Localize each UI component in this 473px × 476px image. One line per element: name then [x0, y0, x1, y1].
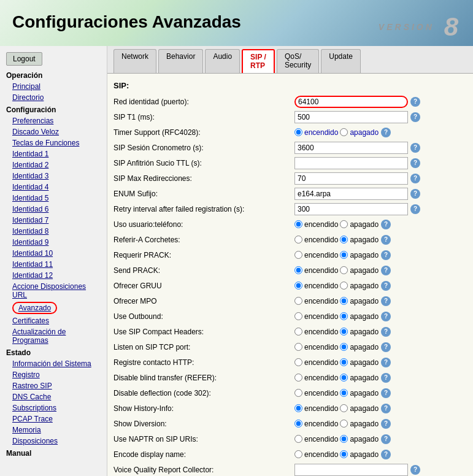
sidebar-item-identidad-2[interactable]: Identidad 2 — [0, 159, 107, 171]
sidebar-item-identidad-7[interactable]: Identidad 7 — [0, 215, 107, 226]
radio-timer-support-on[interactable] — [294, 128, 302, 136]
tab-update[interactable]: Update — [321, 49, 361, 73]
radio-listen-tcp-off[interactable] — [340, 343, 348, 351]
sidebar-item-identidad-1[interactable]: Identidad 1 — [0, 148, 107, 159]
help-listen-tcp[interactable]: ? — [381, 342, 391, 352]
sidebar-item-identidad-9[interactable]: Identidad 9 — [0, 237, 107, 248]
input-red-identidad[interactable] — [294, 96, 408, 108]
input-enum-sufijo[interactable] — [294, 188, 408, 200]
help-sip-compact[interactable]: ? — [381, 327, 391, 337]
radio-uso-usuario-on[interactable] — [294, 220, 302, 228]
help-ofrecer-gruu[interactable]: ? — [381, 281, 391, 291]
help-show-history[interactable]: ? — [381, 404, 391, 413]
help-sip-sesion[interactable]: ? — [410, 143, 420, 153]
sidebar-item-identidad-12[interactable]: Identidad 12 — [0, 270, 107, 281]
sidebar-item-avanzado[interactable]: Avanzado — [12, 302, 57, 314]
radio-use-outbound-on[interactable] — [294, 312, 302, 320]
help-ofrecer-mpo[interactable]: ? — [381, 296, 391, 306]
sidebar-item-identidad-11[interactable]: Identidad 11 — [0, 259, 107, 270]
radio-naptr-off[interactable] — [340, 435, 348, 443]
radio-requerir-prack-off[interactable] — [340, 251, 348, 259]
input-voice-quality[interactable] — [294, 464, 408, 476]
sidebar-item-preferencias[interactable]: Preferencias — [0, 115, 107, 126]
radio-registre-http-off[interactable] — [340, 358, 348, 366]
help-registre-http[interactable]: ? — [381, 358, 391, 367]
sidebar-item-subscriptions[interactable]: Subscriptions — [0, 402, 107, 413]
tab-qos-security[interactable]: QoS/Security — [277, 49, 319, 73]
radio-referir-a-on[interactable] — [294, 236, 302, 244]
help-voice-quality[interactable]: ? — [410, 465, 420, 475]
radio-referir-a-off[interactable] — [340, 236, 348, 244]
radio-send-prack-off[interactable] — [340, 266, 348, 274]
radio-encode-display-on[interactable] — [294, 450, 302, 458]
sidebar-item-identidad-10[interactable]: Identidad 10 — [0, 248, 107, 259]
sidebar-item-directorio[interactable]: Directorio — [0, 92, 107, 103]
sidebar-item-rastreo-sip[interactable]: Rastreo SIP — [0, 380, 107, 391]
sidebar-item-identidad-8[interactable]: Identidad 8 — [0, 226, 107, 237]
help-referir-a[interactable]: ? — [381, 235, 391, 245]
help-use-outbound[interactable]: ? — [381, 312, 391, 321]
sidebar-item-identidad-6[interactable]: Identidad 6 — [0, 204, 107, 215]
tab-network[interactable]: Network — [113, 49, 156, 73]
help-enum-sufijo[interactable]: ? — [410, 189, 420, 199]
help-send-prack[interactable]: ? — [381, 266, 391, 275]
sidebar-item-discado-veloz[interactable]: Discado Veloz — [0, 126, 107, 137]
input-sip-max-red[interactable] — [294, 172, 408, 185]
help-encode-display[interactable]: ? — [381, 450, 391, 459]
help-sip-t1[interactable]: ? — [410, 112, 420, 122]
help-naptr[interactable]: ? — [381, 434, 391, 444]
radio-sip-compact-off[interactable] — [340, 328, 348, 336]
radio-send-prack-on[interactable] — [294, 266, 302, 274]
sidebar-item-identidad-4[interactable]: Identidad 4 — [0, 182, 107, 193]
input-retry-interval[interactable] — [294, 203, 408, 215]
radio-show-history-off[interactable] — [340, 404, 348, 412]
sidebar-item-dns-cache[interactable]: DNS Cache — [0, 391, 107, 402]
tab-audio[interactable]: Audio — [205, 49, 240, 73]
help-timer-support[interactable]: ? — [381, 128, 391, 137]
sidebar-item-teclas-funciones[interactable]: Teclas de Funciones — [0, 137, 107, 148]
radio-show-diversion-on[interactable] — [294, 420, 302, 428]
help-requerir-prack[interactable]: ? — [381, 250, 391, 260]
sidebar-item-pcap-trace[interactable]: PCAP Trace — [0, 413, 107, 424]
input-sip-sesion[interactable] — [294, 142, 408, 154]
radio-use-outbound-off[interactable] — [340, 312, 348, 320]
sidebar-item-informacion[interactable]: Información del Sistema — [0, 358, 107, 369]
tab-behavior[interactable]: Behavior — [158, 49, 203, 73]
radio-uso-usuario-off[interactable] — [340, 220, 348, 228]
radio-show-diversion-off[interactable] — [340, 420, 348, 428]
radio-registre-http-on[interactable] — [294, 358, 302, 366]
radio-requerir-prack-on[interactable] — [294, 251, 302, 259]
tab-sip-rtp[interactable]: SIP /RTP — [242, 49, 275, 73]
help-uso-usuario[interactable]: ? — [381, 220, 391, 229]
radio-naptr-on[interactable] — [294, 435, 302, 443]
radio-disable-blind-off[interactable] — [340, 374, 348, 382]
input-sip-t1[interactable] — [294, 111, 408, 123]
radio-ofrecer-mpo-off[interactable] — [340, 297, 348, 305]
help-retry-interval[interactable]: ? — [410, 204, 420, 214]
sidebar-item-registro[interactable]: Registro — [0, 369, 107, 380]
radio-timer-support-off[interactable] — [340, 128, 348, 136]
radio-disable-blind-on[interactable] — [294, 374, 302, 382]
logout-button[interactable]: Logout — [6, 52, 42, 66]
radio-ofrecer-gruu-on[interactable] — [294, 282, 302, 290]
radio-listen-tcp-on[interactable] — [294, 343, 302, 351]
sidebar-item-actualizacion[interactable]: Actualización de Programas — [0, 326, 107, 346]
radio-show-history-on[interactable] — [294, 404, 302, 412]
radio-encode-display-off[interactable] — [340, 450, 348, 458]
sidebar-item-memoria[interactable]: Memoria — [0, 424, 107, 436]
radio-ofrecer-gruu-off[interactable] — [340, 282, 348, 290]
help-sip-anfitrion[interactable]: ? — [410, 158, 420, 168]
radio-ofrecer-mpo-on[interactable] — [294, 297, 302, 305]
sidebar-item-identidad-3[interactable]: Identidad 3 — [0, 171, 107, 182]
input-sip-anfitrion[interactable] — [294, 157, 408, 169]
sidebar-item-accione[interactable]: Accione Disposiciones URL — [0, 281, 107, 301]
sidebar-item-identidad-5[interactable]: Identidad 5 — [0, 193, 107, 204]
radio-disable-deflection-on[interactable] — [294, 389, 302, 397]
sidebar-item-certificates[interactable]: Certificates — [0, 315, 107, 326]
help-red-identidad[interactable]: ? — [410, 97, 420, 107]
help-disable-deflection[interactable]: ? — [381, 388, 391, 398]
sidebar-item-principal[interactable]: Principal — [0, 81, 107, 92]
radio-disable-deflection-off[interactable] — [340, 389, 348, 397]
help-show-diversion[interactable]: ? — [381, 419, 391, 429]
radio-sip-compact-on[interactable] — [294, 328, 302, 336]
